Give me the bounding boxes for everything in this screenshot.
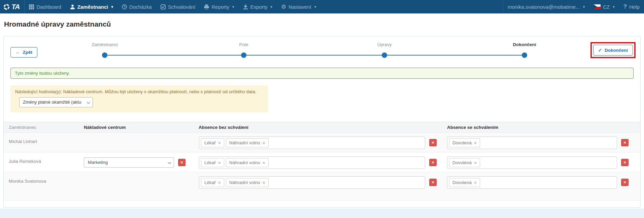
chevron-down-icon: ▾ <box>583 5 585 9</box>
step-dot-upravy[interactable] <box>382 52 387 58</box>
page-title: Hromadné úpravy zaměstnanců <box>4 20 644 29</box>
app-logo[interactable]: TA <box>0 0 24 13</box>
absence-tag: Náhradní volno × <box>226 178 269 187</box>
step-label-dokonceni: Dokončení <box>513 42 536 47</box>
employee-name: Julia Remeková <box>9 159 41 164</box>
chevron-down-icon: ▾ <box>314 5 316 9</box>
clear-field-button[interactable]: × <box>621 139 629 146</box>
nav-reporty[interactable]: Reporty ▾ <box>200 0 238 13</box>
nav-item-label: Exporty <box>250 4 268 10</box>
absence-tag: Lékař × <box>201 158 224 167</box>
tag-remove-icon[interactable]: × <box>218 180 221 185</box>
nav-schvalovani[interactable]: Schvalování <box>156 0 200 13</box>
check-icon: ✓ <box>598 47 602 53</box>
clear-field-button[interactable]: × <box>429 159 437 166</box>
step-label-zamestnanci: Zaměstnanci <box>92 42 117 47</box>
tag-remove-icon[interactable]: × <box>474 160 477 166</box>
absence-tag: Dovolená × <box>449 178 480 187</box>
chevron-down-icon: ▾ <box>111 5 113 9</box>
nav-item-label: Nastavení <box>289 4 311 10</box>
back-button[interactable]: ← Zpět <box>10 47 37 58</box>
tag-remove-icon[interactable]: × <box>263 140 265 146</box>
nav-item-label: Schvalování <box>168 4 196 10</box>
chevron-down-icon <box>87 101 90 104</box>
finish-button-label: Dokončení <box>605 48 628 53</box>
nav-exporty[interactable]: Exporty ▾ <box>239 0 277 13</box>
nav-zamestnanci[interactable]: Zaměstnanci ▾ <box>66 0 117 13</box>
user-icon <box>70 4 75 9</box>
absence-with-approval-field[interactable]: Dovolená × <box>447 156 617 169</box>
clock-icon <box>122 4 127 9</box>
clear-field-button[interactable]: × <box>429 139 437 146</box>
absence-with-approval-field[interactable]: Dovolená × <box>447 137 617 149</box>
absence-tag: Lékař × <box>201 178 224 187</box>
table-row: Julia Remeková Marketing × Lékař × Náhra… <box>4 152 640 172</box>
absence-no-approval-field[interactable]: Lékař × Náhradní volno × <box>199 176 425 189</box>
clear-field-button[interactable]: × <box>621 179 629 186</box>
chevron-down-icon: ▾ <box>613 5 615 9</box>
nav-item-label: Reporty <box>211 4 229 10</box>
finish-button[interactable]: ✓ Dokončení <box>593 45 633 56</box>
col-header-zamestnanec: Zaměstnanec <box>9 125 36 130</box>
absence-no-approval-field[interactable]: Lékař × Náhradní volno × <box>199 156 425 169</box>
clear-field-button[interactable]: × <box>178 159 185 166</box>
nav-nastaveni[interactable]: ⚙ Nastavení ▾ <box>277 0 320 13</box>
step-label-upravy: Úpravy <box>377 42 392 47</box>
chevron-down-icon: ▾ <box>270 5 272 9</box>
validity-info-text: Následující hodnota(y): Nákladové centru… <box>15 89 263 94</box>
tag-remove-icon[interactable]: × <box>474 180 477 185</box>
question-icon: ? <box>623 3 627 10</box>
absence-tag: Lékař × <box>201 138 224 147</box>
nav-dashboard[interactable]: Dashboard <box>25 0 65 13</box>
nav-item-label: Docházka <box>129 4 152 10</box>
tag-label: Lékař <box>204 180 216 185</box>
step-dot-dokonceni[interactable] <box>522 52 527 58</box>
absence-with-approval-field[interactable]: Dovolená × <box>447 176 617 189</box>
tag-label: Náhradní volno <box>229 140 260 145</box>
download-icon <box>243 4 248 9</box>
tag-label: Lékař <box>204 140 216 145</box>
tag-remove-icon[interactable]: × <box>263 180 265 185</box>
col-header-absence-se: Absence se schválením <box>447 125 498 130</box>
step-dot-zamestnanci[interactable] <box>102 52 107 58</box>
user-email: monika.svatonova@mobatime... <box>508 4 580 10</box>
success-alert: Tyto změny budou uloženy. <box>10 68 634 79</box>
step-dot-pole[interactable] <box>241 52 246 58</box>
employee-name: Monika Svatonova <box>9 179 46 184</box>
wizard-card: ← Zpět Zaměstnanci Pole Úpravy Dokončení… <box>3 36 641 208</box>
table-row: Monika Svatonova Lékař × Náhradní volno … <box>4 172 640 201</box>
clear-field-button[interactable]: × <box>429 179 437 186</box>
gear-icon: ⚙ <box>281 4 286 10</box>
top-navbar: TA Dashboard Zaměstnanci ▾ Docházka Schv… <box>0 0 644 13</box>
language-menu[interactable]: CZ ▾ <box>589 0 619 13</box>
navbar-right: monika.svatonova@mobatime... ▾ CZ ▾ ? He… <box>503 0 644 13</box>
help-label: Help <box>629 4 640 10</box>
step-label-pole: Pole <box>239 42 248 47</box>
absence-no-approval-field[interactable]: Lékař × Náhradní volno × <box>199 137 425 149</box>
user-menu[interactable]: monika.svatonova@mobatime... ▾ <box>503 0 589 13</box>
tag-remove-icon[interactable]: × <box>218 140 221 146</box>
cost-center-select[interactable]: Marketing <box>84 157 174 168</box>
logo-clock-icon <box>3 4 10 10</box>
tag-remove-icon[interactable]: × <box>263 160 265 166</box>
nav-item-label: Zaměstnanci <box>77 4 108 10</box>
tag-remove-icon[interactable]: × <box>474 140 477 146</box>
chevron-down-icon <box>168 161 171 164</box>
annotation-highlight-box: ✓ Dokončení <box>590 42 636 58</box>
clear-field-button[interactable]: × <box>621 159 629 166</box>
table-header-row: Zaměstnanec Nákladové centrum Absence be… <box>4 122 640 133</box>
tag-label: Lékař <box>204 160 216 165</box>
stepper-line <box>105 55 524 56</box>
wizard-header: ← Zpět Zaměstnanci Pole Úpravy Dokončení… <box>4 36 640 68</box>
employees-table: Zaměstnanec Nákladové centrum Absence be… <box>4 122 640 201</box>
printer-icon <box>204 4 209 9</box>
validity-select[interactable]: Změny platné okamžitě (aktu <box>19 97 93 107</box>
help-link[interactable]: ? Help <box>619 0 644 13</box>
absence-tag: Náhradní volno × <box>226 138 269 147</box>
nav-dochazka[interactable]: Docházka <box>117 0 156 13</box>
tag-remove-icon[interactable]: × <box>218 160 221 166</box>
cost-center-value: Marketing <box>88 160 108 165</box>
employee-name: Michal Linhart <box>9 139 37 144</box>
col-header-nakladove-centrum: Nákladové centrum <box>84 125 126 130</box>
back-button-label: Zpět <box>23 50 33 55</box>
